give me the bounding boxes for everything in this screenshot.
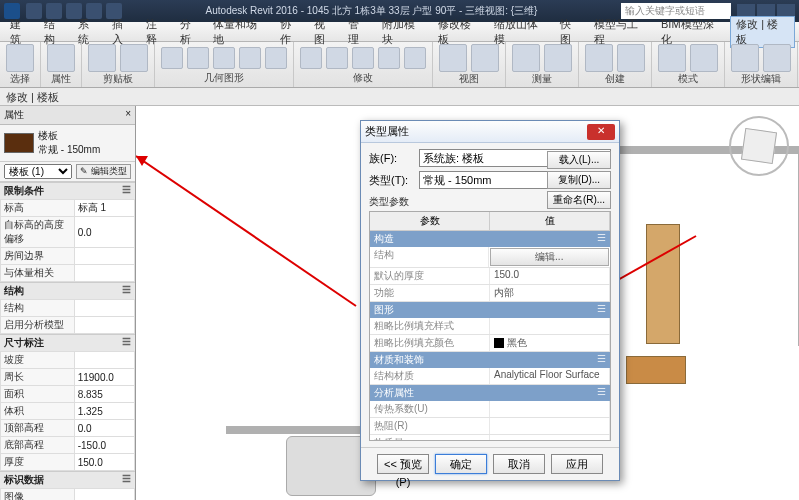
grid-row[interactable]: 默认的厚度150.0 bbox=[370, 268, 610, 285]
ribbon-group-label: 模式 bbox=[658, 72, 718, 86]
dialog-side-button-1[interactable]: 复制(D)... bbox=[547, 171, 611, 189]
properties-palette: 属性× 楼板 常规 - 150mm 楼板 (1) ✎ 编辑类型 限制条件☰标高标… bbox=[0, 106, 136, 500]
ribbon-icon[interactable] bbox=[161, 47, 183, 69]
props-row[interactable]: 自标高的高度偏移0.0 bbox=[1, 217, 135, 248]
ribbon-group-label: 属性 bbox=[47, 72, 75, 86]
ribbon-icon[interactable] bbox=[731, 44, 759, 72]
props-row[interactable]: 面积8.835 bbox=[1, 386, 135, 403]
preview-button[interactable]: << 预览(P) bbox=[377, 454, 429, 474]
context-bar: 修改 | 楼板 bbox=[0, 88, 799, 106]
ribbon-group-创建: 创建 bbox=[579, 42, 652, 87]
ribbon-icon[interactable] bbox=[300, 47, 322, 69]
grid-category[interactable]: 材质和装饰☰ bbox=[370, 352, 610, 368]
ribbon-group-剪贴板: 剪贴板 bbox=[82, 42, 155, 87]
dialog-titlebar[interactable]: 类型属性 ✕ bbox=[361, 121, 619, 143]
grid-header-param: 参数 bbox=[370, 212, 490, 230]
ribbon-group-属性: 属性 bbox=[41, 42, 82, 87]
type-label: 类型(T): bbox=[369, 173, 413, 188]
grid-category[interactable]: 构造☰ bbox=[370, 231, 610, 247]
ribbon-group-几何图形: 几何图形 bbox=[155, 42, 294, 87]
props-row[interactable]: 启用分析模型 bbox=[1, 317, 135, 334]
ribbon-icon[interactable] bbox=[6, 44, 34, 72]
ribbon-group-修改: 修改 bbox=[294, 42, 433, 87]
grid-row[interactable]: 热阻(R) bbox=[370, 418, 610, 435]
ribbon-tabs: 建筑结构系统插入注释分析体量和场地协作视图管理附加模块修改楼板缩放山体模快图模型… bbox=[0, 22, 799, 42]
ribbon-group-label: 创建 bbox=[585, 72, 645, 86]
props-row[interactable]: 房间边界 bbox=[1, 248, 135, 265]
grid-category[interactable]: 图形☰ bbox=[370, 302, 610, 318]
properties-grid: 限制条件☰标高标高 1自标高的高度偏移0.0房间边界与体量相关结构☰结构启用分析… bbox=[0, 182, 135, 500]
props-row[interactable]: 厚度150.0 bbox=[1, 454, 135, 471]
instance-selector[interactable]: 楼板 (1) bbox=[4, 164, 72, 179]
ribbon-icon[interactable] bbox=[404, 47, 426, 69]
ribbon-icon[interactable] bbox=[585, 44, 613, 72]
ribbon-icon[interactable] bbox=[763, 44, 791, 72]
ribbon-group-模式: 模式 bbox=[652, 42, 725, 87]
props-row[interactable]: 周长11900.0 bbox=[1, 369, 135, 386]
ribbon-icon[interactable] bbox=[120, 44, 148, 72]
ribbon-icon[interactable] bbox=[690, 44, 718, 72]
properties-header: 属性× bbox=[0, 106, 135, 125]
props-row[interactable]: 标高标高 1 bbox=[1, 200, 135, 217]
props-row[interactable]: 与体量相关 bbox=[1, 265, 135, 282]
ribbon-icon[interactable] bbox=[658, 44, 686, 72]
ribbon-icon[interactable] bbox=[326, 47, 348, 69]
ribbon-icon[interactable] bbox=[187, 47, 209, 69]
grid-row[interactable]: 粗略比例填充样式 bbox=[370, 318, 610, 335]
type-selector[interactable]: 楼板 常规 - 150mm bbox=[0, 125, 135, 162]
props-row[interactable]: 体积1.325 bbox=[1, 403, 135, 420]
type-params-grid: 参数 值 构造☰结构编辑...默认的厚度150.0功能内部图形☰粗略比例填充样式… bbox=[369, 211, 611, 441]
props-category[interactable]: 标识数据☰ bbox=[0, 471, 135, 488]
ribbon-group-label: 几何图形 bbox=[161, 71, 287, 85]
grid-row[interactable]: 粗略比例填充颜色黑色 bbox=[370, 335, 610, 352]
ribbon: 选择属性剪贴板几何图形修改视图测量创建模式形状编辑 bbox=[0, 42, 799, 88]
type-name: 楼板 常规 - 150mm bbox=[38, 129, 131, 157]
ribbon-icon[interactable] bbox=[544, 44, 572, 72]
apply-button[interactable]: 应用 bbox=[551, 454, 603, 474]
ribbon-icon[interactable] bbox=[617, 44, 645, 72]
props-row[interactable]: 结构 bbox=[1, 300, 135, 317]
ribbon-group-label: 选择 bbox=[6, 72, 34, 86]
props-row[interactable]: 底部高程-150.0 bbox=[1, 437, 135, 454]
ribbon-icon[interactable] bbox=[471, 44, 499, 72]
palette-close-icon[interactable]: × bbox=[125, 108, 131, 122]
edit-type-button[interactable]: ✎ 编辑类型 bbox=[76, 164, 131, 179]
grid-row[interactable]: 传热系数(U) bbox=[370, 401, 610, 418]
grid-row[interactable]: 热质量 bbox=[370, 435, 610, 441]
ribbon-group-label: 剪贴板 bbox=[88, 72, 148, 86]
ribbon-group-label: 形状编辑 bbox=[731, 72, 791, 86]
grid-edit-button[interactable]: 编辑... bbox=[490, 248, 610, 266]
props-category[interactable]: 结构☰ bbox=[0, 282, 135, 299]
ribbon-icon[interactable] bbox=[239, 47, 261, 69]
dialog-side-button-2[interactable]: 重命名(R)... bbox=[547, 191, 611, 209]
props-row[interactable]: 坡度 bbox=[1, 352, 135, 369]
ribbon-icon[interactable] bbox=[352, 47, 374, 69]
ribbon-group-label: 测量 bbox=[512, 72, 572, 86]
ribbon-icon[interactable] bbox=[47, 44, 75, 72]
view-cube[interactable] bbox=[729, 116, 789, 176]
ribbon-icon[interactable] bbox=[439, 44, 467, 72]
dialog-side-button-0[interactable]: 载入(L)... bbox=[547, 151, 611, 169]
props-category[interactable]: 尺寸标注☰ bbox=[0, 334, 135, 351]
ribbon-icon[interactable] bbox=[265, 47, 287, 69]
ribbon-icon[interactable] bbox=[88, 44, 116, 72]
family-label: 族(F): bbox=[369, 151, 413, 166]
ribbon-group-label: 修改 bbox=[300, 71, 426, 85]
props-row[interactable]: 图像 bbox=[1, 489, 135, 501]
grid-row[interactable]: 结构编辑... bbox=[370, 247, 610, 268]
ok-button[interactable]: 确定 bbox=[435, 454, 487, 474]
ribbon-group-label: 视图 bbox=[439, 72, 499, 86]
grid-row[interactable]: 功能内部 bbox=[370, 285, 610, 302]
type-swatch bbox=[4, 133, 34, 153]
ribbon-group-选择: 选择 bbox=[0, 42, 41, 87]
dialog-close-button[interactable]: ✕ bbox=[587, 124, 615, 140]
ribbon-icon[interactable] bbox=[378, 47, 400, 69]
dialog-title: 类型属性 bbox=[365, 124, 409, 139]
props-row[interactable]: 顶部高程0.0 bbox=[1, 420, 135, 437]
props-category[interactable]: 限制条件☰ bbox=[0, 182, 135, 199]
grid-row[interactable]: 结构材质Analytical Floor Surface bbox=[370, 368, 610, 385]
grid-category[interactable]: 分析属性☰ bbox=[370, 385, 610, 401]
cancel-button[interactable]: 取消 bbox=[493, 454, 545, 474]
ribbon-icon[interactable] bbox=[213, 47, 235, 69]
ribbon-icon[interactable] bbox=[512, 44, 540, 72]
